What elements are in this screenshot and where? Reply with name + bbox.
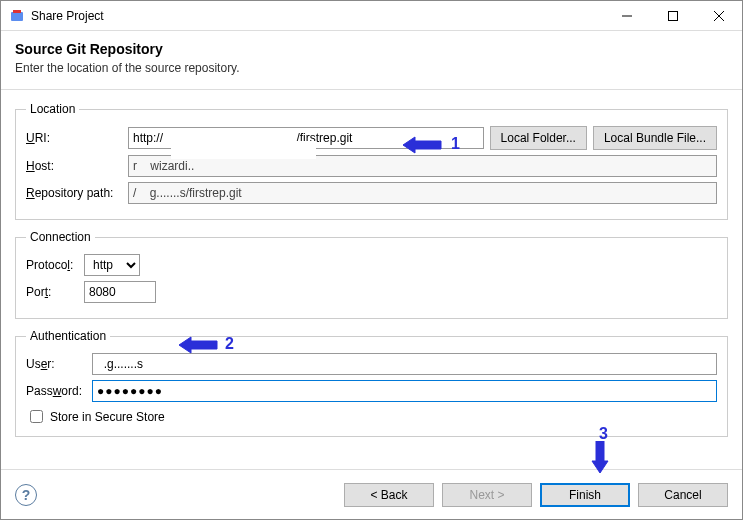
location-group: Location URI: Local Folder... Local Bund… xyxy=(15,102,728,220)
repo-path-label: Repository path: xyxy=(26,186,122,200)
titlebar[interactable]: Share Project xyxy=(1,1,742,31)
redaction xyxy=(171,141,316,159)
port-input[interactable] xyxy=(84,281,156,303)
location-legend: Location xyxy=(26,102,79,116)
local-folder-button[interactable]: Local Folder... xyxy=(490,126,587,150)
user-label: User: xyxy=(26,357,86,371)
svg-rect-0 xyxy=(11,12,23,21)
finish-button[interactable]: Finish xyxy=(540,483,630,507)
protocol-label: Protocol: xyxy=(26,258,78,272)
close-button[interactable] xyxy=(696,1,742,31)
back-button[interactable]: < Back xyxy=(344,483,434,507)
window-title: Share Project xyxy=(31,9,104,23)
cancel-button[interactable]: Cancel xyxy=(638,483,728,507)
button-bar: ? < Back Next > Finish Cancel xyxy=(1,469,742,519)
host-label: Host: xyxy=(26,159,122,173)
port-label: Port: xyxy=(26,285,78,299)
auth-legend: Authentication xyxy=(26,329,110,343)
wizard-header: Source Git Repository Enter the location… xyxy=(1,31,742,90)
connection-group: Connection Protocol: http Port: xyxy=(15,230,728,319)
minimize-button[interactable] xyxy=(604,1,650,31)
password-input[interactable]: ●●●●●●●● xyxy=(92,380,717,402)
svg-rect-3 xyxy=(669,12,678,21)
page-title: Source Git Repository xyxy=(15,41,728,57)
protocol-select[interactable]: http xyxy=(84,254,140,276)
help-icon[interactable]: ? xyxy=(15,484,37,506)
store-secure-label: Store in Secure Store xyxy=(50,410,165,424)
app-icon xyxy=(9,8,25,24)
store-secure-checkbox[interactable] xyxy=(30,410,43,423)
page-subtitle: Enter the location of the source reposit… xyxy=(15,61,728,75)
user-input[interactable] xyxy=(92,353,717,375)
svg-rect-1 xyxy=(13,10,21,13)
repo-path-input[interactable] xyxy=(128,182,717,204)
authentication-group: Authentication User: Password: ●●●●●●●● … xyxy=(15,329,728,437)
maximize-button[interactable] xyxy=(650,1,696,31)
connection-legend: Connection xyxy=(26,230,95,244)
next-button: Next > xyxy=(442,483,532,507)
uri-label: URI: xyxy=(26,131,122,145)
password-label: Password: xyxy=(26,384,86,398)
local-bundle-button[interactable]: Local Bundle File... xyxy=(593,126,717,150)
